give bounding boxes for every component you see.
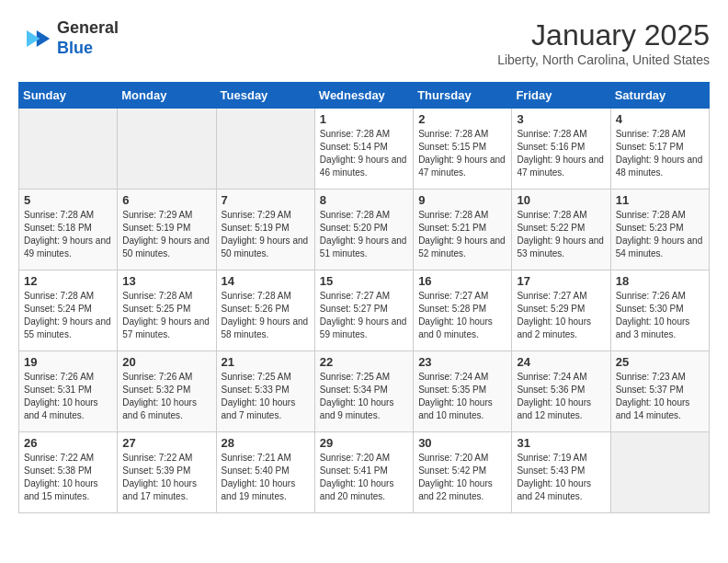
day-of-week-header: Friday	[512, 83, 610, 109]
day-info: Sunrise: 7:20 AM Sunset: 5:42 PM Dayligh…	[418, 452, 506, 503]
calendar-cell: 12Sunrise: 7:28 AM Sunset: 5:24 PM Dayli…	[19, 270, 118, 351]
calendar-cell: 22Sunrise: 7:25 AM Sunset: 5:34 PM Dayli…	[314, 351, 413, 432]
day-number: 5	[24, 193, 112, 207]
day-number: 22	[320, 355, 408, 369]
day-number: 21	[222, 355, 310, 369]
calendar-cell: 18Sunrise: 7:26 AM Sunset: 5:30 PM Dayli…	[610, 270, 709, 351]
calendar-cell: 10Sunrise: 7:28 AM Sunset: 5:22 PM Dayli…	[512, 190, 610, 270]
page-header: General Blue January 2025 Liberty, North…	[18, 18, 710, 67]
logo: General Blue	[18, 18, 119, 58]
day-info: Sunrise: 7:27 AM Sunset: 5:29 PM Dayligh…	[517, 290, 605, 341]
calendar-cell: 29Sunrise: 7:20 AM Sunset: 5:41 PM Dayli…	[314, 432, 413, 513]
calendar-cell: 15Sunrise: 7:27 AM Sunset: 5:27 PM Dayli…	[314, 270, 413, 351]
calendar-cell: 23Sunrise: 7:24 AM Sunset: 5:35 PM Dayli…	[414, 351, 512, 432]
day-of-week-header: Monday	[118, 83, 216, 109]
calendar-cell: 1Sunrise: 7:28 AM Sunset: 5:14 PM Daylig…	[314, 109, 413, 190]
day-number: 26	[24, 436, 112, 450]
day-info: Sunrise: 7:28 AM Sunset: 5:23 PM Dayligh…	[616, 209, 704, 260]
day-info: Sunrise: 7:22 AM Sunset: 5:39 PM Dayligh…	[122, 452, 210, 503]
calendar-cell: 30Sunrise: 7:20 AM Sunset: 5:42 PM Dayli…	[414, 432, 512, 513]
day-info: Sunrise: 7:26 AM Sunset: 5:32 PM Dayligh…	[122, 371, 210, 422]
day-of-week-header: Saturday	[610, 83, 709, 109]
day-number: 9	[418, 193, 506, 207]
calendar-title: January 2025	[497, 18, 710, 52]
day-info: Sunrise: 7:26 AM Sunset: 5:30 PM Dayligh…	[616, 290, 704, 341]
day-number: 2	[418, 112, 506, 126]
day-number: 27	[122, 436, 210, 450]
calendar-cell: 2Sunrise: 7:28 AM Sunset: 5:15 PM Daylig…	[414, 109, 512, 190]
day-info: Sunrise: 7:28 AM Sunset: 5:26 PM Dayligh…	[222, 290, 310, 341]
calendar-cell: 14Sunrise: 7:28 AM Sunset: 5:26 PM Dayli…	[216, 270, 314, 351]
calendar-cell: 31Sunrise: 7:19 AM Sunset: 5:43 PM Dayli…	[512, 432, 610, 513]
day-number: 25	[616, 355, 704, 369]
day-info: Sunrise: 7:28 AM Sunset: 5:22 PM Dayligh…	[517, 209, 605, 260]
day-info: Sunrise: 7:20 AM Sunset: 5:41 PM Dayligh…	[320, 452, 408, 503]
day-info: Sunrise: 7:27 AM Sunset: 5:28 PM Dayligh…	[418, 290, 506, 341]
day-number: 8	[320, 193, 408, 207]
day-info: Sunrise: 7:25 AM Sunset: 5:34 PM Dayligh…	[320, 371, 408, 422]
day-number: 7	[222, 193, 310, 207]
day-number: 23	[418, 355, 506, 369]
day-number: 24	[517, 355, 605, 369]
day-info: Sunrise: 7:23 AM Sunset: 5:37 PM Dayligh…	[616, 371, 704, 422]
calendar-cell	[610, 432, 709, 513]
day-number: 15	[320, 274, 408, 288]
day-info: Sunrise: 7:28 AM Sunset: 5:20 PM Dayligh…	[320, 209, 408, 260]
day-info: Sunrise: 7:25 AM Sunset: 5:33 PM Dayligh…	[222, 371, 310, 422]
day-number: 17	[517, 274, 605, 288]
logo-text: General Blue	[57, 18, 119, 58]
day-info: Sunrise: 7:27 AM Sunset: 5:27 PM Dayligh…	[320, 290, 408, 341]
calendar-cell: 9Sunrise: 7:28 AM Sunset: 5:21 PM Daylig…	[414, 190, 512, 270]
day-info: Sunrise: 7:22 AM Sunset: 5:38 PM Dayligh…	[24, 452, 112, 503]
day-number: 6	[122, 193, 210, 207]
calendar-cell: 25Sunrise: 7:23 AM Sunset: 5:37 PM Dayli…	[610, 351, 709, 432]
day-info: Sunrise: 7:21 AM Sunset: 5:40 PM Dayligh…	[222, 452, 310, 503]
day-info: Sunrise: 7:28 AM Sunset: 5:25 PM Dayligh…	[122, 290, 210, 341]
day-info: Sunrise: 7:24 AM Sunset: 5:35 PM Dayligh…	[418, 371, 506, 422]
calendar-cell	[216, 109, 314, 190]
calendar-subtitle: Liberty, North Carolina, United States	[497, 52, 710, 67]
calendar-cell: 8Sunrise: 7:28 AM Sunset: 5:20 PM Daylig…	[314, 190, 413, 270]
calendar-cell: 27Sunrise: 7:22 AM Sunset: 5:39 PM Dayli…	[118, 432, 216, 513]
day-number: 20	[122, 355, 210, 369]
calendar-cell: 11Sunrise: 7:28 AM Sunset: 5:23 PM Dayli…	[610, 190, 709, 270]
calendar-cell: 7Sunrise: 7:29 AM Sunset: 5:19 PM Daylig…	[216, 190, 314, 270]
day-number: 29	[320, 436, 408, 450]
day-of-week-header: Tuesday	[216, 83, 314, 109]
calendar-cell: 17Sunrise: 7:27 AM Sunset: 5:29 PM Dayli…	[512, 270, 610, 351]
calendar-cell: 16Sunrise: 7:27 AM Sunset: 5:28 PM Dayli…	[414, 270, 512, 351]
day-number: 31	[517, 436, 605, 450]
calendar-cell: 20Sunrise: 7:26 AM Sunset: 5:32 PM Dayli…	[118, 351, 216, 432]
day-of-week-header: Wednesday	[314, 83, 413, 109]
calendar-cell: 3Sunrise: 7:28 AM Sunset: 5:16 PM Daylig…	[512, 109, 610, 190]
day-number: 1	[320, 112, 408, 126]
calendar-cell: 13Sunrise: 7:28 AM Sunset: 5:25 PM Dayli…	[118, 270, 216, 351]
calendar-table: SundayMondayTuesdayWednesdayThursdayFrid…	[18, 82, 710, 513]
day-number: 11	[616, 193, 704, 207]
title-block: January 2025 Liberty, North Carolina, Un…	[497, 18, 710, 67]
calendar-cell	[118, 109, 216, 190]
day-info: Sunrise: 7:28 AM Sunset: 5:16 PM Dayligh…	[517, 128, 605, 179]
day-number: 16	[418, 274, 506, 288]
day-info: Sunrise: 7:29 AM Sunset: 5:19 PM Dayligh…	[122, 209, 210, 260]
day-info: Sunrise: 7:28 AM Sunset: 5:15 PM Dayligh…	[418, 128, 506, 179]
day-of-week-header: Thursday	[414, 83, 512, 109]
logo-icon	[18, 22, 51, 55]
day-info: Sunrise: 7:26 AM Sunset: 5:31 PM Dayligh…	[24, 371, 112, 422]
day-number: 12	[24, 274, 112, 288]
day-info: Sunrise: 7:29 AM Sunset: 5:19 PM Dayligh…	[222, 209, 310, 260]
day-number: 13	[122, 274, 210, 288]
day-number: 3	[517, 112, 605, 126]
day-number: 30	[418, 436, 506, 450]
calendar-cell: 19Sunrise: 7:26 AM Sunset: 5:31 PM Dayli…	[19, 351, 118, 432]
calendar-cell: 5Sunrise: 7:28 AM Sunset: 5:18 PM Daylig…	[19, 190, 118, 270]
day-number: 28	[222, 436, 310, 450]
calendar-cell: 26Sunrise: 7:22 AM Sunset: 5:38 PM Dayli…	[19, 432, 118, 513]
day-number: 19	[24, 355, 112, 369]
calendar-cell	[19, 109, 118, 190]
day-info: Sunrise: 7:24 AM Sunset: 5:36 PM Dayligh…	[517, 371, 605, 422]
day-info: Sunrise: 7:19 AM Sunset: 5:43 PM Dayligh…	[517, 452, 605, 503]
calendar-cell: 28Sunrise: 7:21 AM Sunset: 5:40 PM Dayli…	[216, 432, 314, 513]
day-info: Sunrise: 7:28 AM Sunset: 5:18 PM Dayligh…	[24, 209, 112, 260]
day-number: 4	[616, 112, 704, 126]
